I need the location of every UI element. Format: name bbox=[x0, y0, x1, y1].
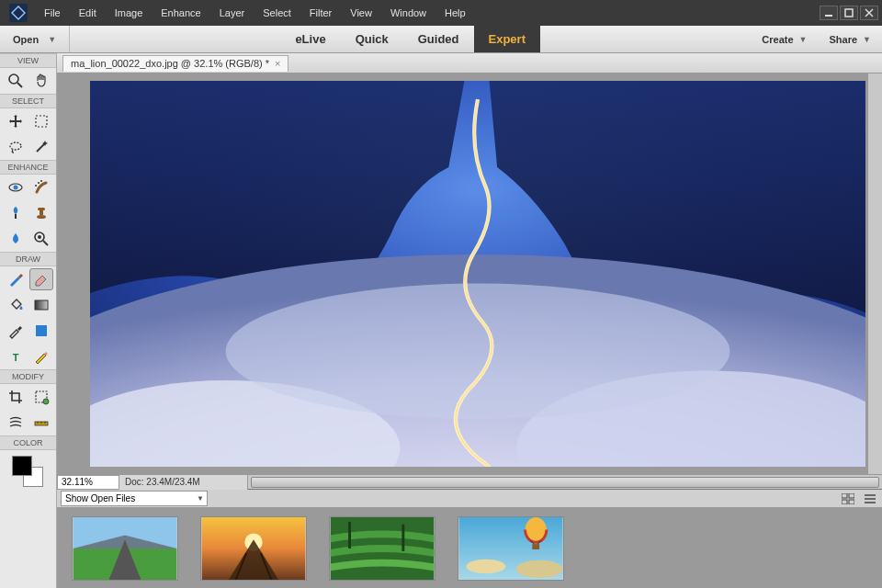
pencil-tool[interactable] bbox=[29, 345, 53, 368]
open-button[interactable]: Open ▼ bbox=[0, 26, 70, 52]
shape-tool[interactable] bbox=[29, 320, 53, 342]
maximize-button[interactable] bbox=[840, 6, 858, 20]
lasso-tool[interactable] bbox=[4, 136, 28, 158]
tab-expert[interactable]: Expert bbox=[474, 26, 540, 52]
marquee-tool[interactable] bbox=[29, 110, 53, 132]
svg-rect-38 bbox=[849, 493, 854, 498]
svg-rect-3 bbox=[845, 9, 853, 17]
menu-help[interactable]: Help bbox=[435, 2, 475, 24]
document-tab[interactable]: ma_lion_00022_dxo.jpg @ 32.1% (RGB/8) * … bbox=[62, 55, 288, 72]
close-button[interactable] bbox=[860, 6, 878, 20]
thumbnail[interactable] bbox=[329, 516, 435, 581]
svg-rect-37 bbox=[842, 493, 847, 498]
tab-guided[interactable]: Guided bbox=[403, 26, 474, 52]
crop-tool[interactable] bbox=[4, 386, 28, 408]
photo-bin-controls: Show Open Files bbox=[57, 490, 882, 508]
open-files-dropdown[interactable]: Show Open Files bbox=[61, 491, 208, 506]
body: VIEW SELECT ENHANCE DRAW bbox=[0, 53, 882, 588]
menu-file[interactable]: File bbox=[35, 2, 70, 24]
svg-point-22 bbox=[38, 235, 41, 239]
create-label: Create bbox=[762, 34, 793, 45]
menu-window[interactable]: Window bbox=[381, 2, 435, 24]
share-button[interactable]: Share▼ bbox=[819, 34, 883, 45]
thumbnail[interactable] bbox=[458, 516, 564, 581]
blur-tool[interactable] bbox=[4, 228, 28, 250]
svg-rect-51 bbox=[348, 521, 351, 548]
recompose-tool[interactable] bbox=[29, 386, 53, 408]
minimize-button[interactable] bbox=[820, 6, 838, 20]
menu-view[interactable]: View bbox=[341, 2, 381, 24]
sponge-tool[interactable] bbox=[29, 228, 53, 250]
create-button[interactable]: Create▼ bbox=[751, 34, 818, 45]
canvas-area: 32.11% Doc: 23.4M/23.4M bbox=[57, 74, 882, 489]
eraser-tool[interactable] bbox=[29, 268, 53, 290]
svg-point-13 bbox=[38, 182, 40, 184]
menu-select[interactable]: Select bbox=[254, 2, 300, 24]
hand-tool[interactable] bbox=[29, 70, 53, 92]
text-tool[interactable]: T bbox=[4, 345, 28, 368]
svg-rect-18 bbox=[40, 210, 43, 215]
panel-menu-icon[interactable] bbox=[862, 492, 878, 506]
thumbnail[interactable] bbox=[72, 516, 178, 581]
document-image bbox=[90, 81, 865, 467]
doc-size-readout: Doc: 23.4M/23.4M bbox=[119, 475, 248, 490]
close-tab-icon[interactable]: × bbox=[275, 58, 280, 69]
menu-layer[interactable]: Layer bbox=[210, 2, 254, 24]
svg-rect-8 bbox=[36, 116, 47, 127]
redeye-tool[interactable] bbox=[4, 176, 28, 198]
caret-down-icon: ▼ bbox=[48, 35, 56, 44]
workspace: ma_lion_00022_dxo.jpg @ 32.1% (RGB/8) * … bbox=[57, 53, 882, 588]
menu-image[interactable]: Image bbox=[106, 2, 153, 24]
paint-bucket-tool[interactable] bbox=[4, 294, 28, 316]
app-logo-icon bbox=[7, 2, 29, 24]
svg-rect-24 bbox=[36, 325, 47, 336]
document-tab-bar: ma_lion_00022_dxo.jpg @ 32.1% (RGB/8) * … bbox=[57, 53, 882, 74]
svg-rect-17 bbox=[38, 208, 45, 210]
svg-point-6 bbox=[9, 74, 18, 84]
brush-tool[interactable] bbox=[4, 268, 28, 290]
section-draw: DRAW bbox=[0, 252, 56, 266]
grid-icon[interactable] bbox=[840, 492, 856, 506]
svg-text:T: T bbox=[12, 352, 18, 363]
tab-elive[interactable]: eLive bbox=[280, 26, 340, 52]
color-swatches[interactable] bbox=[10, 454, 47, 491]
straighten-tool[interactable] bbox=[29, 412, 53, 434]
menu-filter[interactable]: Filter bbox=[300, 2, 341, 24]
menu-enhance[interactable]: Enhance bbox=[152, 2, 209, 24]
svg-rect-56 bbox=[532, 544, 539, 549]
zoom-readout[interactable]: 32.11% bbox=[57, 475, 119, 490]
tab-quick[interactable]: Quick bbox=[341, 26, 403, 52]
spot-heal-tool[interactable] bbox=[29, 176, 53, 198]
horizontal-scrollbar[interactable] bbox=[248, 476, 882, 489]
svg-point-36 bbox=[226, 284, 730, 420]
thumbnail-strip bbox=[57, 508, 882, 588]
svg-line-10 bbox=[37, 143, 45, 152]
content-aware-tool[interactable] bbox=[4, 412, 28, 434]
svg-rect-52 bbox=[401, 524, 404, 550]
vertical-scrollbar[interactable] bbox=[867, 74, 882, 474]
move-tool[interactable] bbox=[4, 110, 28, 132]
svg-point-12 bbox=[13, 186, 17, 190]
svg-rect-40 bbox=[849, 500, 854, 504]
section-select: SELECT bbox=[0, 94, 56, 108]
foreground-color-swatch[interactable] bbox=[12, 456, 32, 476]
section-view: VIEW bbox=[0, 53, 56, 68]
eyedropper-tool[interactable] bbox=[4, 320, 28, 342]
magic-wand-tool[interactable] bbox=[29, 136, 53, 158]
canvas-viewport[interactable] bbox=[90, 81, 865, 467]
toolbox: VIEW SELECT ENHANCE DRAW bbox=[0, 53, 57, 588]
section-color: COLOR bbox=[0, 435, 56, 450]
right-actions: Create▼ Share▼ bbox=[751, 26, 882, 52]
svg-rect-23 bbox=[35, 300, 48, 310]
menu-edit[interactable]: Edit bbox=[70, 2, 106, 24]
gradient-tool[interactable] bbox=[29, 294, 53, 316]
open-label: Open bbox=[13, 34, 39, 45]
zoom-tool[interactable] bbox=[4, 70, 28, 92]
photo-bin: Show Open Files bbox=[57, 489, 882, 588]
svg-point-14 bbox=[35, 185, 37, 187]
smart-brush-tool[interactable] bbox=[4, 202, 28, 224]
share-label: Share bbox=[830, 34, 858, 45]
thumbnail[interactable] bbox=[200, 516, 307, 581]
clone-stamp-tool[interactable] bbox=[29, 202, 53, 224]
section-modify: MODIFY bbox=[0, 369, 56, 384]
